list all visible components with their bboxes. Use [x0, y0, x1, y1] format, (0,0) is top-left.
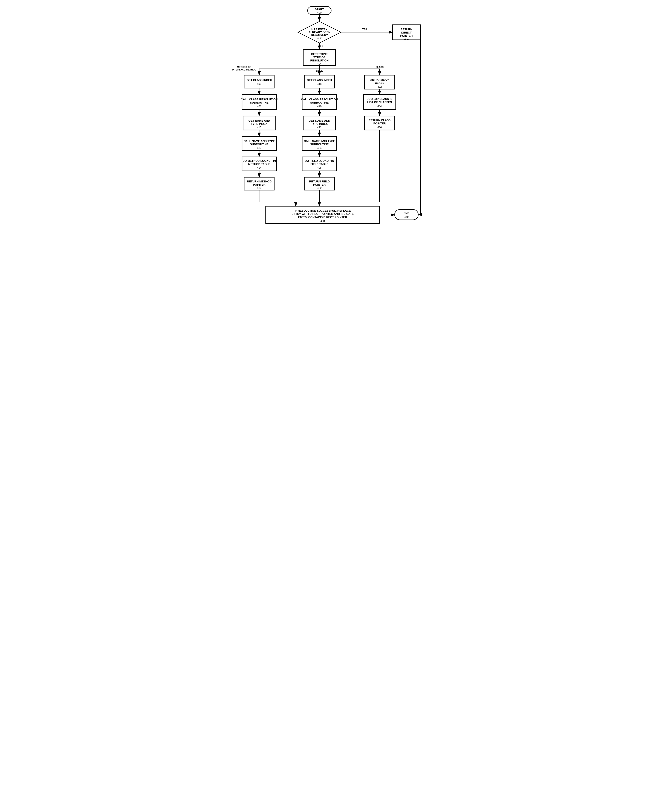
diagram-container: START 400 HAS ENTRY ALREADY BEEN RESOLVE…	[231, 4, 425, 252]
n428-label-2: FIELD TABLE	[310, 162, 328, 166]
n404-return-label-3: POINTER	[400, 34, 413, 37]
n408-label-1: CALL CLASS RESOLUTION	[241, 98, 278, 101]
n432-number: 432	[378, 85, 382, 88]
n410-label-1: GET NAME AND	[249, 119, 270, 122]
n406-number: 406	[257, 82, 261, 85]
n416-label-2: POINTER	[253, 183, 265, 186]
n416-label-1: RETURN METHOD	[247, 180, 271, 183]
n430-label-1: RETURN FIELD	[309, 180, 330, 183]
n402-label-3: RESOLVED?	[311, 33, 328, 37]
n406-label-1: GET CLASS INDEX	[246, 79, 272, 82]
n438-label-1: IF RESOLUTION SUCCESSFUL, REPLACE	[294, 209, 351, 212]
yes-label: YES	[362, 28, 367, 31]
n404-number: 404	[317, 62, 322, 65]
n418-number: 418	[317, 82, 322, 85]
n404-label-3: RESOLUTION	[310, 59, 328, 62]
class-label: CLASS	[376, 66, 384, 68]
n414-label-1: DO METHOD LOOKUP IN	[243, 159, 276, 162]
n424-label-2: SUBROUTINE	[310, 143, 329, 146]
n436-number: 436	[378, 126, 382, 129]
n424-label-1: CALL NAME AND TYPE	[304, 139, 335, 143]
start-label: START	[315, 8, 324, 11]
n436-label-1: RETURN CLASS	[369, 119, 391, 122]
n436-label-2: POINTER	[373, 122, 386, 125]
n438-label-3: ENTRY CONTAINS DIRECT POINTER	[298, 216, 347, 219]
end-number: 440	[404, 216, 408, 219]
n408-label-2: SUBROUTINE	[250, 101, 268, 104]
n410-label-2: TYPE INDEX	[251, 122, 268, 125]
n404-label-1: DETERMINE	[311, 52, 328, 56]
n424-number: 424	[317, 147, 322, 150]
n430-label-2: POINTER	[313, 183, 326, 186]
n434-label-2: LIST OF CLASSES	[367, 100, 392, 104]
n434-number: 434	[378, 105, 382, 108]
n434-label-1: LOOKUP CLASS IN	[367, 97, 393, 100]
n404-return-number: 404	[404, 38, 408, 41]
n420-label-1: CALL CLASS RESOLUTION	[301, 98, 338, 101]
n422-label-2: TYPE INDEX	[311, 122, 328, 125]
n404-label-2: TYPE OF	[313, 56, 325, 59]
n438-label-2: ENTRY WITH DIRECT POINTER AND INDICATE	[292, 212, 354, 216]
n430-number: 430	[317, 187, 322, 190]
n414-label-2: METHOD TABLE	[248, 162, 271, 166]
n404-return-label-2: DIRECT	[401, 31, 412, 34]
field-label: FIELD	[316, 70, 323, 73]
n432-label-1: GET NAME OF	[370, 78, 389, 81]
n420-number: 420	[317, 105, 322, 108]
method-label-2: INTERFACE METHOD	[232, 68, 256, 71]
n428-label-1: DO FIELD LOOKUP IN	[305, 159, 334, 162]
n428-number: 428	[317, 166, 322, 169]
n422-label-1: GET NAME AND	[309, 119, 330, 122]
n412-label-1: CALL NAME AND TYPE	[243, 139, 275, 143]
n412-label-2: SUBROUTINE	[250, 143, 268, 146]
n408-number: 408	[257, 105, 261, 108]
n438-number: 438	[320, 219, 325, 222]
end-label: END	[404, 211, 409, 215]
n420-label-2: SUBROUTINE	[310, 101, 329, 104]
no-label: NO	[320, 45, 323, 47]
method-label-1: METHOD OR	[237, 66, 251, 68]
n422-number: 422	[317, 126, 322, 129]
n414-number: 414	[257, 166, 261, 169]
n416-number: 416	[257, 187, 261, 190]
n418-label-1: GET CLASS INDEX	[307, 79, 332, 82]
start-number: 400	[317, 11, 322, 14]
n412-number: 412	[257, 147, 261, 150]
n402-number: 402	[317, 37, 322, 40]
n404-return-label-1: RETURN	[401, 28, 412, 31]
n410-number: 410	[257, 126, 261, 129]
n432-label-2: CLASS	[375, 81, 384, 85]
